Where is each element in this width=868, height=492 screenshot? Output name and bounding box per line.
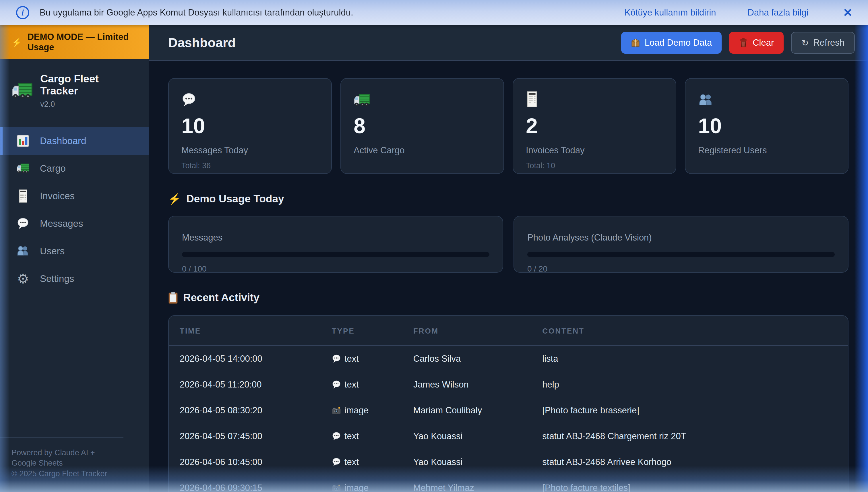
stat-card-active-cargo: 8 Active Cargo xyxy=(341,78,504,174)
cell-type: image xyxy=(344,405,369,416)
camera-icon xyxy=(332,484,341,492)
sidebar-item-invoices[interactable]: Invoices xyxy=(0,182,149,210)
usage-meters-row: Messages 0 / 100 Photo Analyses (Claude … xyxy=(168,216,848,273)
sidebar-item-settings[interactable]: ⚙ Settings xyxy=(0,265,149,293)
info-icon: i xyxy=(16,6,29,19)
cell-type: text xyxy=(344,354,359,364)
sidebar-item-messages[interactable]: Messages xyxy=(0,210,149,238)
cell-from: James Wilson xyxy=(413,372,543,398)
table-row: 2026-04-06 09:30:15 image Mehmet Yilmaz … xyxy=(169,475,848,492)
cell-time: 2026-04-05 14:00:00 xyxy=(169,346,332,372)
speech-bubble-icon xyxy=(16,217,30,230)
camera-icon xyxy=(332,406,341,415)
cell-time: 2026-04-05 11:20:00 xyxy=(169,372,332,398)
lightning-icon: ⚡ xyxy=(11,37,22,47)
report-abuse-link[interactable]: Kötüye kullanım bildirin xyxy=(625,7,716,18)
usage-value: 0 / 20 xyxy=(527,264,835,274)
sidebar-item-users[interactable]: Users xyxy=(0,238,149,265)
sidebar-item-label: Settings xyxy=(40,273,74,284)
close-icon[interactable]: ✕ xyxy=(840,6,855,19)
stat-card-messages-today: 10 Messages Today Total: 36 xyxy=(168,78,332,174)
table-row: 2026-04-05 14:00:00 text Carlos Silva li… xyxy=(169,346,848,372)
clear-button[interactable]: Clear xyxy=(729,32,784,54)
sidebar-item-label: Dashboard xyxy=(40,136,86,146)
usage-value: 0 / 100 xyxy=(182,264,489,274)
stat-label: Invoices Today xyxy=(526,145,663,155)
usage-card-photo-analyses: Photo Analyses (Claude Vision) 0 / 20 xyxy=(514,216,848,273)
column-header-time: Time xyxy=(169,316,332,346)
app-title: Cargo Fleet Tracker xyxy=(40,73,137,97)
app-brand: Cargo Fleet Tracker v2.0 xyxy=(0,59,149,120)
cell-from: Yao Kouassi xyxy=(413,449,543,475)
receipt-icon xyxy=(526,91,663,107)
stat-label: Messages Today xyxy=(181,145,319,155)
stat-label: Registered Users xyxy=(698,145,835,155)
speech-bubble-icon xyxy=(332,380,341,389)
page-title: Dashboard xyxy=(168,35,235,50)
app-shell: ⚡ DEMO MODE — Limited Usage Cargo Fleet … xyxy=(0,25,868,492)
page-header: Dashboard Load Demo Data Clear ↻ Refresh xyxy=(149,25,868,61)
stat-value: 10 xyxy=(698,115,835,137)
sidebar-nav: Dashboard Cargo Invoices Messages Users … xyxy=(0,127,149,293)
cell-time: 2026-04-06 09:30:15 xyxy=(169,475,332,492)
table-row: 2026-04-05 07:45:00 text Yao Kouassi sta… xyxy=(169,423,848,449)
cell-type: image xyxy=(344,483,369,492)
demo-mode-banner: ⚡ DEMO MODE — Limited Usage xyxy=(0,25,149,59)
table-row: 2026-04-06 10:45:00 text Yao Kouassi sta… xyxy=(169,449,848,475)
truck-icon xyxy=(11,82,33,100)
cell-content: statut ABJ-2468 Arrivee Korhogo xyxy=(542,449,848,475)
speech-bubble-icon xyxy=(181,91,319,107)
sidebar-item-dashboard[interactable]: Dashboard xyxy=(0,127,149,155)
cell-content: [Photo facture brasserie] xyxy=(542,398,848,423)
clipboard-icon xyxy=(168,292,178,304)
cell-content: statut ABJ-2468 Chargement riz 20T xyxy=(542,423,848,449)
column-header-content: Content xyxy=(542,316,848,346)
bar-chart-icon xyxy=(16,134,30,148)
learn-more-link[interactable]: Daha fazla bilgi xyxy=(748,7,809,18)
stat-total: Total: 10 xyxy=(526,161,663,170)
sidebar: ⚡ DEMO MODE — Limited Usage Cargo Fleet … xyxy=(0,25,149,492)
truck-icon xyxy=(354,91,491,107)
cell-time: 2026-04-06 10:45:00 xyxy=(169,449,332,475)
stat-card-registered-users: 10 Registered Users xyxy=(685,78,848,174)
copyright-text: © 2025 Cargo Fleet Tracker xyxy=(11,468,112,479)
cell-content: help xyxy=(542,372,848,398)
usage-label: Photo Analyses (Claude Vision) xyxy=(527,232,835,243)
sidebar-footer: Powered by Claude AI + Google Sheets © 2… xyxy=(0,437,123,492)
cell-time: 2026-04-05 08:30:20 xyxy=(169,398,332,423)
package-icon xyxy=(631,38,640,47)
sidebar-item-cargo[interactable]: Cargo xyxy=(0,155,149,182)
cell-type: text xyxy=(344,457,359,467)
load-demo-data-button[interactable]: Load Demo Data xyxy=(621,32,722,54)
speech-bubble-icon xyxy=(332,354,341,363)
cell-content: [Photo facture textiles] xyxy=(542,475,848,492)
lightning-icon: ⚡ xyxy=(168,193,181,205)
stat-card-invoices-today: 2 Invoices Today Total: 10 xyxy=(513,78,676,174)
apps-script-notice-banner: i Bu uygulama bir Google Apps Komut Dosy… xyxy=(0,0,868,25)
messages-progress-bar xyxy=(182,252,489,257)
cell-type: text xyxy=(344,379,359,390)
trash-icon xyxy=(739,38,748,47)
photo-analyses-progress-bar xyxy=(527,252,835,257)
users-icon xyxy=(16,245,30,258)
usage-card-messages: Messages 0 / 100 xyxy=(168,216,503,273)
column-header-from: From xyxy=(413,316,543,346)
table-header-row: Time Type From Content xyxy=(169,316,848,346)
sidebar-item-label: Messages xyxy=(40,218,83,229)
column-header-type: Type xyxy=(332,316,413,346)
sidebar-item-label: Users xyxy=(40,246,65,256)
usage-section-title: ⚡ Demo Usage Today xyxy=(168,193,848,205)
cell-from: Mariam Coulibaly xyxy=(413,398,543,423)
cell-from: Yao Kouassi xyxy=(413,423,543,449)
dashboard-content: 10 Messages Today Total: 36 8 Active Car… xyxy=(149,61,868,492)
stat-value: 10 xyxy=(181,115,319,137)
app-version: v2.0 xyxy=(40,100,137,109)
refresh-button[interactable]: ↻ Refresh xyxy=(791,32,855,54)
speech-bubble-icon xyxy=(332,458,341,467)
stat-label: Active Cargo xyxy=(354,145,491,155)
stat-value: 2 xyxy=(526,115,663,137)
table-row: 2026-04-05 11:20:00 text James Wilson he… xyxy=(169,372,848,398)
cell-content: lista xyxy=(542,346,848,372)
receipt-icon xyxy=(16,190,30,203)
sidebar-item-label: Cargo xyxy=(40,163,66,174)
